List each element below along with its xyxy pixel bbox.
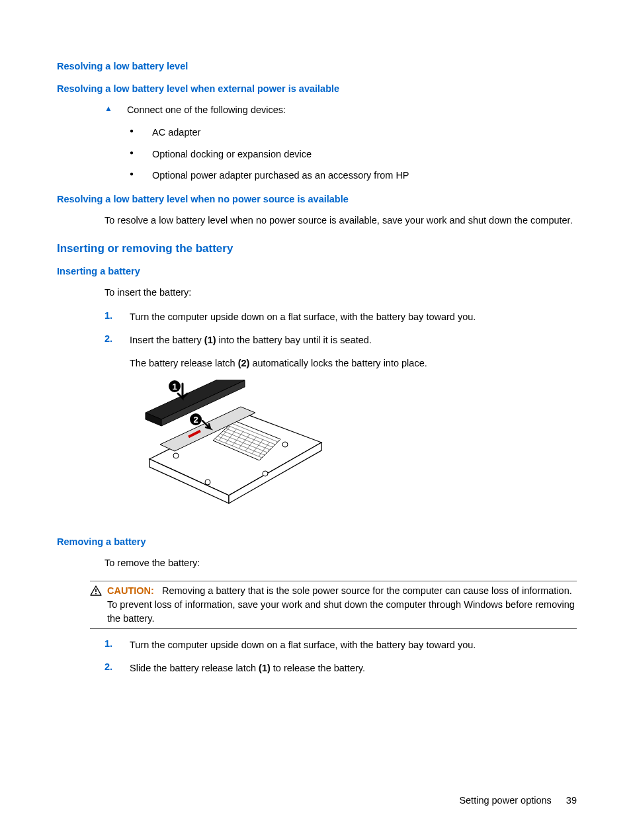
numbered-list-remove: 1. Turn the computer upside down on a fl… — [57, 638, 577, 675]
step-text: Turn the computer upside down on a flat … — [130, 638, 577, 652]
insert-lead-text: To insert the battery: — [105, 286, 577, 300]
heading-inserting: Inserting a battery — [57, 266, 577, 276]
step-text-part: to release the battery. — [271, 663, 365, 673]
step-text-part: into the battery bay until it is seated. — [216, 335, 372, 345]
list-item: 2. Slide the battery release latch (1) t… — [105, 661, 577, 675]
remove-lead-text: To remove the battery: — [105, 556, 577, 570]
heading-removing: Removing a battery — [57, 536, 577, 547]
sub-text-part: automatically locks the battery into pla… — [249, 358, 427, 368]
bullet-list: ● AC adapter ● Optional docking or expan… — [57, 126, 577, 182]
step-text: Slide the battery release latch (1) to r… — [130, 661, 577, 675]
svg-point-2 — [205, 480, 210, 485]
step-callout-bold: (2) — [238, 358, 250, 368]
bullet-item: ● Optional power adapter purchased as an… — [130, 169, 577, 182]
heading-resolving-nopower: Resolving a low battery level when no po… — [57, 194, 577, 204]
battery-insert-diagram: 1 2 — [130, 380, 577, 521]
laptop-battery-illustration: 1 2 — [130, 380, 328, 519]
warning-icon — [90, 585, 102, 598]
svg-text:1: 1 — [172, 382, 177, 392]
step-text-part: Slide the battery release latch — [130, 663, 259, 673]
triangle-list-item: ▲ Connect one of the following devices: — [105, 103, 577, 116]
step-text-part: Insert the battery — [130, 335, 204, 345]
body-text-nopower: To resolve a low battery level when no p… — [105, 214, 577, 228]
step-sub-text: The battery release latch (2) automatica… — [130, 357, 577, 370]
list-item: 2. Insert the battery (1) into the batte… — [105, 333, 577, 347]
list-item: 1. Turn the computer upside down on a fl… — [105, 310, 577, 324]
bullet-item: ● Optional docking or expansion device — [130, 147, 577, 161]
step-number: 2. — [105, 333, 119, 344]
step-callout-bold: (1) — [259, 663, 271, 673]
bullet-text: Optional docking or expansion device — [152, 147, 577, 161]
heading-resolving-external: Resolving a low battery level when exter… — [57, 83, 577, 94]
list-item: 1. Turn the computer upside down on a fl… — [105, 638, 577, 652]
svg-text:2: 2 — [193, 415, 198, 425]
heading-resolving-low-battery: Resolving a low battery level — [57, 61, 577, 71]
svg-point-1 — [282, 442, 288, 447]
step-number: 1. — [105, 638, 119, 649]
bullet-text: AC adapter — [152, 126, 577, 139]
caution-callout: CAUTION: Removing a battery that is the … — [90, 581, 577, 629]
heading-insert-remove: Inserting or removing the battery — [57, 242, 577, 255]
svg-point-0 — [173, 453, 179, 458]
sub-text-part: The battery release latch — [130, 358, 238, 368]
document-page: Resolving a low battery level Resolving … — [0, 0, 631, 815]
svg-point-3 — [263, 471, 268, 476]
step-callout-bold: (1) — [204, 335, 216, 345]
footer-page-number: 39 — [566, 795, 577, 806]
bullet-dot-icon: ● — [130, 147, 134, 158]
step-text: Turn the computer upside down on a flat … — [130, 310, 577, 324]
caution-body-text: Removing a battery that is the sole powe… — [107, 585, 575, 624]
footer-section-title: Setting power options — [459, 795, 551, 806]
caution-label: CAUTION: — [107, 585, 154, 596]
bullet-dot-icon: ● — [130, 126, 134, 136]
numbered-list-insert: 1. Turn the computer upside down on a fl… — [57, 310, 577, 347]
page-footer: Setting power options 39 — [459, 795, 577, 806]
caution-content: CAUTION: Removing a battery that is the … — [107, 584, 577, 626]
triangle-bullet-icon: ▲ — [105, 103, 112, 114]
connect-lead-text: Connect one of the following devices: — [127, 103, 577, 116]
step-text: Insert the battery (1) into the battery … — [130, 333, 577, 347]
bullet-text: Optional power adapter purchased as an a… — [152, 169, 577, 182]
step-number: 2. — [105, 661, 119, 672]
svg-point-10 — [95, 593, 97, 595]
step-number: 1. — [105, 310, 119, 321]
bullet-dot-icon: ● — [130, 169, 134, 179]
bullet-item: ● AC adapter — [130, 126, 577, 139]
